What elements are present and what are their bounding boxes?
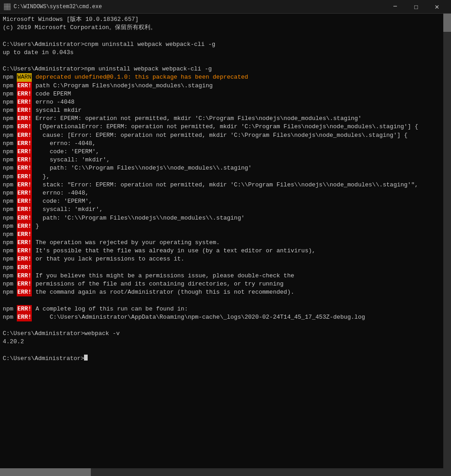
terminal-line — [3, 57, 441, 65]
terminal-line: npm ERR! path C:\Program Files\nodejs\no… — [3, 82, 441, 90]
terminal-line: npm ERR! — [3, 264, 441, 272]
terminal-line: npm ERR! path: 'C:\\Program Files\\nodej… — [3, 214, 441, 222]
terminal-line: npm ERR! — [3, 230, 441, 239]
horizontal-scrollbar[interactable] — [0, 468, 451, 476]
terminal-line: npm ERR! permissions of the file and its… — [3, 280, 441, 288]
terminal-line: npm ERR! } — [3, 222, 441, 230]
terminal-line — [3, 321, 441, 330]
terminal-line: 4.20.2 — [3, 338, 441, 346]
terminal-line: npm WARN deprecated undefined@0.1.0: thi… — [3, 73, 441, 81]
svg-rect-1 — [7, 4, 10, 7]
terminal-line: npm ERR! }, — [3, 173, 441, 181]
terminal-line: npm ERR! [OperationalError: EPERM: opera… — [3, 123, 441, 131]
terminal-line: npm ERR! or that you lack permissions to… — [3, 255, 441, 263]
terminal-line: npm ERR! code: 'EPERM', — [3, 148, 441, 156]
terminal-line: npm ERR! It's possible that the file was… — [3, 247, 441, 255]
terminal-line: C:\Users\Administrator>npm uninstall web… — [3, 65, 441, 73]
terminal-line: C:\Users\Administrator> — [3, 355, 441, 363]
terminal-line: npm ERR! If you believe this might be a … — [3, 272, 441, 280]
h-scrollbar-thumb[interactable] — [0, 468, 91, 476]
terminal-line: npm ERR! errno: -4048, — [3, 189, 441, 197]
terminal-line — [3, 32, 441, 40]
window-title: C:\WINDOWS\system32\cmd.exe — [14, 4, 385, 10]
window-controls: − ☐ ✕ — [385, 0, 447, 14]
terminal-line: npm ERR! C:\Users\Administrator\AppData\… — [3, 313, 441, 321]
terminal-line: C:\Users\Administrator>webpack -v — [3, 330, 441, 338]
terminal-line: npm ERR! code: 'EPERM', — [3, 197, 441, 205]
terminal-line: npm ERR! syscall: 'mkdir', — [3, 205, 441, 214]
svg-rect-3 — [7, 7, 10, 10]
terminal[interactable]: Microsoft Windows [版本 10.0.18362.657](c)… — [0, 14, 443, 468]
terminal-line: npm ERR! A complete log of this run can … — [3, 305, 441, 313]
vertical-scrollbar[interactable] — [443, 14, 451, 468]
cmd-window: C:\WINDOWS\system32\cmd.exe − ☐ ✕ Micros… — [0, 0, 451, 476]
terminal-line: npm ERR! path: 'C:\\Program Files\\nodej… — [3, 164, 441, 172]
terminal-line: npm ERR! errno -4048 — [3, 98, 441, 106]
terminal-line: up to date in 0.043s — [3, 49, 441, 57]
scrollbar-thumb[interactable] — [443, 14, 451, 32]
terminal-line: npm ERR! code EPERM — [3, 90, 441, 98]
window-icon — [4, 3, 11, 10]
restore-button[interactable]: ☐ — [406, 0, 426, 14]
terminal-line: npm ERR! syscall: 'mkdir', — [3, 156, 441, 164]
title-bar: C:\WINDOWS\system32\cmd.exe − ☐ ✕ — [0, 0, 451, 14]
terminal-line: C:\Users\Administrator>cnpm uninstall we… — [3, 40, 441, 49]
terminal-line: npm ERR! cause: [Error: EPERM: operation… — [3, 131, 441, 140]
svg-rect-2 — [4, 7, 7, 10]
terminal-wrapper: Microsoft Windows [版本 10.0.18362.657](c)… — [0, 14, 451, 468]
terminal-line: npm ERR! errno: -4048, — [3, 140, 441, 148]
minimize-button[interactable]: − — [385, 0, 406, 14]
terminal-line: npm ERR! syscall mkdir — [3, 106, 441, 115]
terminal-line: npm ERR! Error: EPERM: operation not per… — [3, 115, 441, 123]
terminal-line — [3, 296, 441, 305]
terminal-line: npm ERR! stack: "Error: EPERM: operation… — [3, 181, 441, 189]
close-button[interactable]: ✕ — [426, 0, 447, 14]
terminal-line: npm ERR! the command again as root/Admin… — [3, 288, 441, 296]
terminal-line: Microsoft Windows [版本 10.0.18362.657] — [3, 15, 441, 24]
svg-rect-0 — [4, 4, 7, 7]
terminal-line — [3, 346, 441, 355]
terminal-line: (c) 2019 Microsoft Corporation。保留所有权利。 — [3, 24, 441, 32]
terminal-line: npm ERR! The operation was rejected by y… — [3, 239, 441, 247]
